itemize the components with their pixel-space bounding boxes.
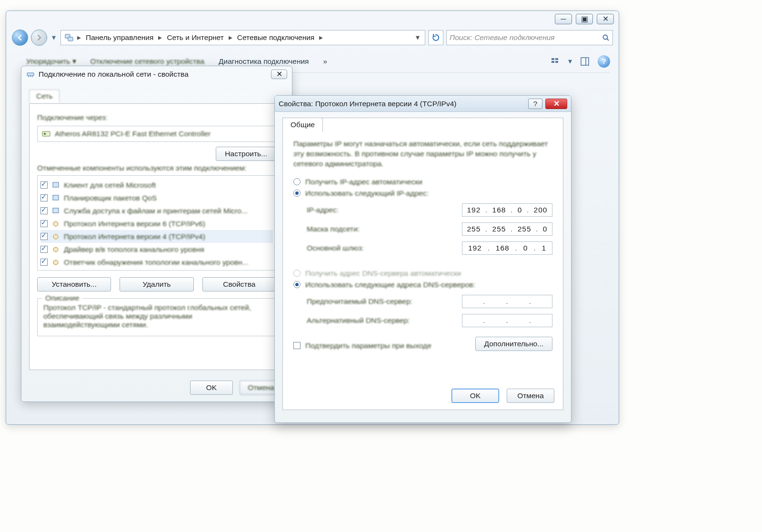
protocol-icon [51, 258, 60, 267]
svg-point-22 [53, 260, 58, 265]
label-mask: Маска подсети: [307, 225, 462, 233]
properties-button[interactable]: Свойства [202, 277, 276, 291]
help-button[interactable]: ? [528, 99, 542, 109]
list-item: Драйвер в/в тополога канального уровня [40, 243, 273, 256]
preview-pane-button[interactable] [579, 55, 591, 68]
protocol-icon [51, 232, 60, 241]
confirm-on-exit-label: Подтвердить параметры при выходе [305, 341, 431, 350]
breadcrumb-item[interactable]: Сетевые подключения [233, 30, 318, 45]
refresh-button[interactable] [428, 30, 443, 45]
cancel-button[interactable]: Отмена [507, 389, 554, 403]
client-icon [51, 181, 60, 190]
svg-point-19 [53, 221, 58, 226]
disable-device-button[interactable]: Отключение сетевого устройства [90, 57, 204, 66]
radio-manual-ip[interactable]: Использовать следующий IP-адрес: [293, 189, 552, 198]
chevron-down-icon[interactable]: ▾ [568, 57, 572, 66]
adapter-name: Atheros AR8132 PCI-E Fast Ethernet Contr… [55, 130, 211, 138]
svg-rect-1 [68, 37, 73, 41]
ok-button[interactable]: OK [190, 381, 233, 395]
svg-rect-4 [551, 58, 554, 60]
svg-point-2 [603, 35, 608, 40]
address-bar: ▾ ▸ Панель управления ▸ Сеть и Интернет … [12, 29, 613, 46]
search-box[interactable]: Поиск: Сетевые подключения [446, 30, 613, 45]
svg-rect-8 [581, 58, 589, 65]
dialog-title: Подключение по локальной сети - свойства [39, 70, 189, 79]
checkbox[interactable] [40, 233, 48, 240]
advanced-button[interactable]: Дополнительно... [475, 337, 552, 351]
help-icon[interactable]: ? [598, 55, 610, 68]
list-item: Служба доступа к файлам и принтерам сете… [40, 204, 273, 217]
dialog-titlebar: Свойства: Протокол Интернета версии 4 (T… [275, 96, 571, 112]
network-icon [63, 31, 75, 44]
svg-rect-15 [44, 133, 46, 135]
radio-icon [293, 190, 301, 197]
checkbox[interactable] [40, 220, 48, 227]
nav-back-button[interactable] [12, 30, 28, 46]
svg-rect-6 [555, 58, 558, 60]
svg-line-3 [607, 39, 609, 41]
checkbox[interactable] [40, 207, 48, 214]
chevron-right-icon: ▸ [76, 33, 82, 42]
checkbox[interactable] [40, 259, 48, 266]
protocol-icon [51, 245, 60, 254]
label-dns2: Альтернативный DNS-сервер: [307, 316, 462, 325]
service-icon [51, 207, 60, 215]
configure-button[interactable]: Настроить... [216, 147, 276, 161]
address-dropdown[interactable]: ▾ [412, 33, 423, 42]
components-list[interactable]: Клиент для сетей Microsoft Планировщик п… [37, 175, 276, 271]
ok-button[interactable]: OK [451, 389, 499, 403]
alternate-dns-input[interactable]: ... [462, 314, 552, 327]
ip-address-input[interactable]: 192.168.0.200 [462, 203, 552, 217]
checkbox[interactable] [40, 246, 48, 253]
connect-via-label: Подключение через: [37, 113, 276, 122]
svg-rect-18 [53, 208, 59, 213]
components-label: Отмеченные компоненты используются этим … [37, 164, 276, 172]
radio-manual-dns[interactable]: Использовать следующие адреса DNS-сервер… [293, 281, 552, 289]
connection-properties-dialog: Подключение по локальной сети - свойства… [21, 66, 292, 402]
remove-button[interactable]: Удалить [120, 277, 193, 291]
preferred-dns-input[interactable]: ... [462, 295, 552, 308]
diagnose-button[interactable]: Диагностика подключения [219, 57, 309, 66]
label-dns1: Предпочитаемый DNS-сервер: [307, 297, 462, 306]
checkbox[interactable] [40, 194, 48, 201]
network-adapter-icon [26, 70, 35, 79]
checkbox[interactable] [40, 181, 48, 189]
svg-rect-7 [555, 61, 558, 63]
breadcrumb-item[interactable]: Сеть и Интернет [163, 30, 227, 45]
explorer-close-button[interactable]: ✕ [597, 14, 614, 24]
gateway-input[interactable]: 192.168.0.1 [462, 241, 552, 255]
search-icon [602, 34, 610, 41]
label-gateway: Основной шлюз: [307, 244, 462, 252]
label-ip: IP-адрес: [307, 206, 462, 214]
close-button[interactable]: ✕ [545, 99, 567, 109]
svg-point-21 [53, 247, 58, 252]
maximize-button[interactable]: ▣ [576, 14, 593, 24]
dialog-title: Свойства: Протокол Интернета версии 4 (T… [279, 100, 528, 108]
dialog-body: Общие Параметры IP могут назначаться авт… [282, 118, 563, 410]
tab-network[interactable]: Сеть [29, 90, 60, 102]
description-legend: Описание [42, 294, 82, 302]
close-button[interactable]: ✕ [271, 70, 287, 79]
organize-menu[interactable]: Упорядочить ▾ [26, 57, 76, 66]
svg-rect-14 [42, 131, 50, 136]
nav-history-dropdown[interactable]: ▾ [50, 30, 58, 46]
search-placeholder: Поиск: Сетевые подключения [450, 33, 555, 42]
radio-icon [293, 281, 301, 288]
subnet-mask-input[interactable]: 255.255.255.0 [462, 222, 552, 236]
adapter-field: Atheros AR8132 PCI-E Fast Ethernet Contr… [37, 126, 276, 142]
list-item: Планировщик пакетов QoS [40, 191, 273, 204]
tab-general[interactable]: Общие [282, 118, 323, 132]
breadcrumb-bar[interactable]: ▸ Панель управления ▸ Сеть и Интернет ▸ … [60, 30, 425, 45]
install-button[interactable]: Установить... [37, 277, 111, 291]
list-item: Клиент для сетей Microsoft [40, 179, 273, 191]
svg-rect-5 [551, 61, 554, 63]
radio-icon [293, 178, 301, 185]
confirm-on-exit-checkbox[interactable] [293, 342, 301, 349]
minimize-button[interactable]: ─ [555, 14, 572, 24]
view-options-button[interactable] [549, 55, 561, 68]
nav-forward-button[interactable] [31, 30, 47, 46]
overflow-chevron-icon[interactable]: » [323, 57, 328, 66]
breadcrumb-item[interactable]: Панель управления [82, 30, 157, 45]
radio-auto-ip[interactable]: Получить IP-адрес автоматически [293, 178, 552, 186]
protocol-icon [51, 220, 60, 228]
